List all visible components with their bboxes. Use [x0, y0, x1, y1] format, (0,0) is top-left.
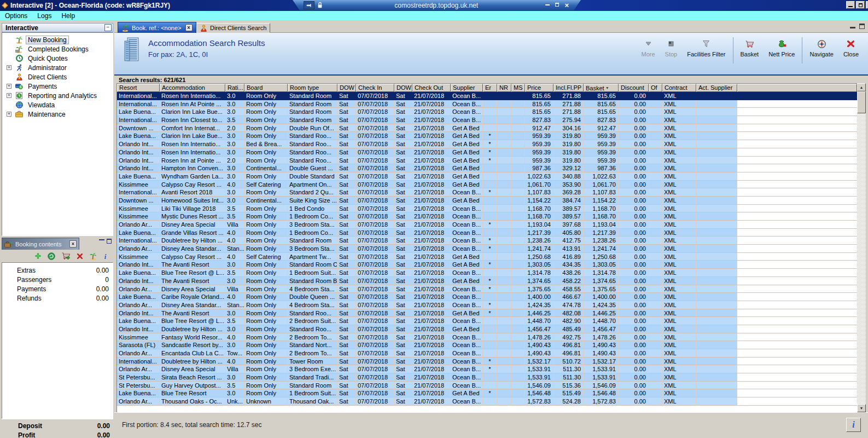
sidebar-item-administrator[interactable]: +Administrator: [2, 63, 113, 72]
booking-contents-maximize-button[interactable]: [107, 239, 112, 244]
sidebar-item-new-booking[interactable]: New Booking: [2, 35, 113, 44]
column-header-incl_fl_pp[interactable]: Incl.Fl.PP: [554, 84, 584, 92]
column-header-er[interactable]: Er: [483, 84, 497, 92]
booking-contents-minimize-button[interactable]: [99, 239, 104, 240]
table-row[interactable]: Downtown ...Comfort Inn Internat...2.0Ro…: [117, 124, 857, 132]
menu-item-options[interactable]: Options: [0, 12, 32, 20]
table-row[interactable]: St Petersbu...Sirata Beach Resort ...3.0…: [117, 373, 857, 382]
menu-item-help[interactable]: Help: [56, 12, 80, 20]
basket-button[interactable]: Basket: [736, 36, 764, 65]
column-header-act_supplier[interactable]: Act. Supplier: [696, 84, 737, 92]
column-header-room_type[interactable]: Room type: [288, 84, 337, 92]
table-row[interactable]: International...Doubletree by Hilton ...…: [117, 237, 857, 245]
table-row[interactable]: Orlando Int...Rosen Inn at Pointe ...2.0…: [117, 157, 857, 165]
table-row[interactable]: International...Rosen Inn Internatio...3…: [117, 92, 857, 100]
table-row[interactable]: Orlando Ar...Disney Area SpecialVillaRoo…: [117, 365, 857, 373]
table-row[interactable]: International...Rosen Inn Closest to...3…: [117, 116, 857, 124]
column-header-nr[interactable]: NR: [497, 84, 511, 92]
tab-direct-clients-search[interactable]: Direct Clients Search: [196, 23, 270, 33]
table-row[interactable]: Orlando Int...The Avanti Resort3.0Room O…: [117, 261, 857, 269]
table-row[interactable]: International...Rosen Inn At Pointe ...3…: [117, 100, 857, 108]
table-row[interactable]: Lake Buena...Blue Tree Resort @ L...3.5R…: [117, 317, 857, 325]
refresh-button[interactable]: [48, 252, 55, 260]
scrollbar-thumb[interactable]: [857, 91, 866, 113]
mdi-maximize-button[interactable]: [859, 24, 865, 29]
table-row[interactable]: Lake Buena...Blue Tree Resort3.0Room Onl…: [117, 389, 857, 397]
column-header-dow2[interactable]: DOW: [394, 84, 412, 92]
expand-icon[interactable]: +: [7, 65, 11, 70]
table-row[interactable]: Sarasota (FL)Sandcastle Resort by...3.0R…: [117, 341, 857, 349]
rdp-restore-button[interactable]: [555, 3, 559, 7]
tab-book-ref-none-[interactable]: Book. ref.: <none>×: [118, 22, 196, 33]
column-header-basket[interactable]: Basket▼: [584, 84, 619, 92]
table-row[interactable]: Orlando Ar...Thousand Oaks - Oc...Unk...…: [117, 397, 857, 406]
column-header-check_out[interactable]: Check Out: [412, 84, 451, 92]
table-row[interactable]: KissimmeeCalypso Cay Resort ...4.0Self C…: [117, 253, 857, 261]
facilities-filter-button[interactable]: Facilities Filter: [682, 36, 730, 65]
table-row[interactable]: International...Doubletree by Hilton ...…: [117, 358, 857, 366]
table-row[interactable]: Orlando Ar...Disney Area SpecialVillaRoo…: [117, 285, 857, 293]
mdi-minimize-button[interactable]: [850, 24, 855, 28]
table-row[interactable]: Orlando Int...The Avanti Resort3.0Room O…: [117, 309, 857, 318]
column-header-board[interactable]: Board: [244, 84, 288, 92]
table-row[interactable]: Orlando Ar...Disney Area Standar...Stan.…: [117, 245, 857, 253]
window-close-button[interactable]: [866, 1, 868, 9]
booking-contents-close-icon[interactable]: ×: [69, 240, 77, 247]
expand-icon[interactable]: +: [7, 112, 11, 117]
column-header-supplier[interactable]: Supplier: [451, 84, 483, 92]
column-header-discount[interactable]: Discount: [619, 84, 649, 92]
column-header-price[interactable]: Price: [525, 84, 554, 92]
table-row[interactable]: KissimmeeFantasy World Resor...4.0Room O…: [117, 333, 857, 342]
nett-price-button[interactable]: Nett Price: [764, 36, 800, 65]
table-row[interactable]: Orlando Int...Rosen Inn Internatio...3.0…: [117, 140, 857, 148]
pin-icon[interactable]: [304, 1, 314, 9]
column-header-rating[interactable]: Rati...: [225, 84, 244, 92]
sidebar-item-direct-clients[interactable]: Direct Clients: [2, 72, 113, 82]
sidebar-item-completed-bookings[interactable]: $$Completed Bookings: [2, 44, 113, 54]
rdp-minimize-button[interactable]: [545, 4, 550, 5]
navigate-button[interactable]: Navigate: [805, 36, 838, 65]
expand-icon[interactable]: +: [7, 93, 11, 98]
column-header-resort[interactable]: Resort: [117, 84, 160, 92]
table-row[interactable]: Orlando Int...Doubletree by Hilton ...3.…: [117, 325, 857, 333]
window-restore-button[interactable]: [856, 1, 865, 9]
column-header-accommodation[interactable]: Accommodation: [160, 84, 225, 92]
sidebar-item-reporting-and-analytics[interactable]: +Reporting and Analytics: [2, 91, 113, 100]
palm-button[interactable]: [89, 252, 97, 260]
info-button[interactable]: i: [846, 418, 861, 432]
table-row[interactable]: Lake Buena...Clarion Inn Lake Bue...3.0R…: [117, 132, 857, 140]
table-row[interactable]: KissimmeeLiki Tiki Village 20183.5Room O…: [117, 205, 857, 213]
table-row[interactable]: KissimmeeMystic Dunes Resort ...3.5Room …: [117, 212, 857, 221]
table-row[interactable]: Orlando Ar...Encantada Club La C...Tow..…: [117, 349, 857, 358]
tab-close-icon[interactable]: ×: [185, 24, 193, 31]
sidebar-item-payments[interactable]: +$Payments: [2, 82, 113, 91]
plus-button[interactable]: [34, 252, 42, 260]
sidebar-item-viewdata[interactable]: Viewdata: [2, 100, 113, 110]
delete-button[interactable]: [77, 253, 83, 260]
table-row[interactable]: Lake Buena...Blue Tree Resort @ L...3.5R…: [117, 269, 857, 277]
panel-collapse-button[interactable]: −: [104, 24, 112, 31]
column-header-check_in[interactable]: Check In: [356, 84, 394, 92]
menu-item-logs[interactable]: Logs: [32, 12, 56, 20]
expand-icon[interactable]: +: [7, 84, 11, 89]
table-row[interactable]: Orlando Ar...Disney Area Standar...Stan.…: [117, 301, 857, 309]
close-button[interactable]: Close: [838, 36, 864, 65]
cart-add-button[interactable]: [61, 252, 71, 260]
scroll-down-icon[interactable]: ▼: [857, 404, 866, 412]
table-row[interactable]: Lake Buena...Wyndham Garden La...3.0Room…: [117, 172, 857, 181]
table-row[interactable]: Orlando Int...Hampton Inn Conven...3.0Co…: [117, 164, 857, 172]
table-row[interactable]: St Petersbu...Guy Harvey Outpost...3.5Ro…: [117, 382, 857, 390]
rdp-close-button[interactable]: ×: [564, 3, 569, 8]
column-header-ms[interactable]: MS: [511, 84, 525, 92]
table-row[interactable]: Downtown ...Homewood Suites Int...3.0Con…: [117, 197, 857, 205]
table-row[interactable]: Orlando Int...The Avanti Resort3.0Room O…: [117, 277, 857, 285]
column-header-dow1[interactable]: DOW: [337, 84, 356, 92]
table-row[interactable]: Lake Buena...Clarion Inn Lake Bue...3.0R…: [117, 108, 857, 116]
scroll-up-icon[interactable]: ▲: [857, 83, 866, 91]
sidebar-item-quick-quotes[interactable]: Quick Quotes: [2, 54, 113, 63]
booking-contents-tab[interactable]: Booking contents ×: [2, 238, 79, 250]
info-button[interactable]: i: [103, 252, 108, 260]
table-row[interactable]: Orlando Ar...Disney Area SpecialVillaRoo…: [117, 221, 857, 229]
table-vertical-scrollbar[interactable]: ▲ ▼: [857, 83, 866, 412]
table-row[interactable]: International...Avanti Resort 20183.0Roo…: [117, 188, 857, 197]
